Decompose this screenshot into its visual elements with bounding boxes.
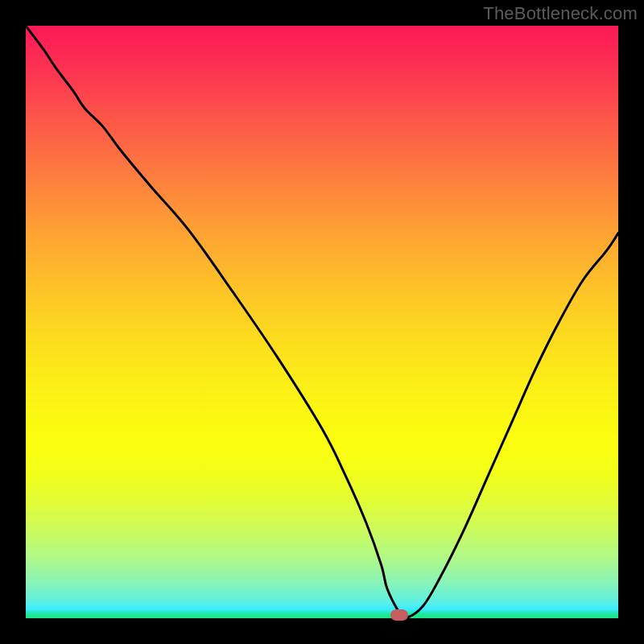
plot-area: [26, 26, 618, 618]
watermark-text: TheBottleneck.com: [483, 3, 638, 24]
chart-stage: TheBottleneck.com: [0, 0, 644, 644]
optimal-marker: [390, 609, 408, 621]
